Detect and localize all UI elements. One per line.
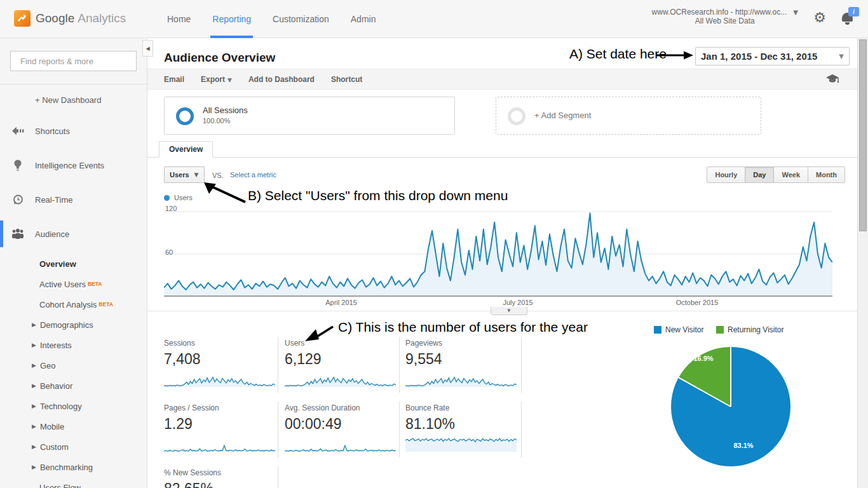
- tab-bar: Overview: [147, 141, 857, 158]
- subnav-users-flow[interactable]: Users Flow: [0, 477, 147, 488]
- subnav-geo[interactable]: ▶Geo: [0, 355, 147, 376]
- nav-home[interactable]: Home: [156, 0, 201, 38]
- date-range-selector[interactable]: Jan 1, 2015 - Dec 31, 2015 ▼: [695, 47, 850, 65]
- annotation-a-arrow: [656, 50, 694, 60]
- report-toolbar: Email Export▼ Add to Dashboard Shortcut: [147, 69, 857, 90]
- vs-label: VS.: [212, 172, 224, 179]
- metric-label: Sessions: [164, 339, 277, 348]
- expander-icon: ▶: [32, 322, 36, 328]
- gear-icon[interactable]: ⚙: [813, 10, 826, 25]
- granularity-hourly[interactable]: Hourly: [707, 167, 745, 182]
- account-selector[interactable]: www.OCResearch.info - http://www.oc...▼ …: [652, 8, 798, 25]
- shortcut-button[interactable]: Shortcut: [331, 75, 362, 84]
- pie-slice-separator: [678, 377, 731, 407]
- metric-sessions[interactable]: Sessions 7,408: [164, 339, 277, 391]
- metric-value: 81.10%: [405, 416, 519, 433]
- metric-bounce-rate[interactable]: Bounce Rate 81.10%: [405, 403, 519, 456]
- subnav-behavior[interactable]: ▶Behavior: [0, 376, 147, 396]
- sidebar-item-label: Real-Time: [35, 195, 72, 205]
- nav-admin[interactable]: Admin: [340, 0, 387, 38]
- expander-icon: ▶: [32, 362, 36, 369]
- beta-badge: BETA: [88, 281, 102, 287]
- expander-icon: ▶: [32, 444, 36, 450]
- brand-google: Google: [36, 11, 74, 25]
- expander-icon: ▶: [32, 342, 36, 348]
- brand-text: GoogleAnalytics: [36, 11, 126, 25]
- metric-divider: [521, 402, 522, 458]
- annotation-c-arrow: [305, 323, 336, 344]
- add-segment-button[interactable]: + Add Segment: [496, 97, 761, 135]
- google-analytics-logo[interactable]: GoogleAnalytics: [14, 10, 126, 27]
- metric-label: % New Sessions: [164, 468, 277, 477]
- granularity-week[interactable]: Week: [773, 167, 808, 182]
- metric-divider: [521, 337, 522, 393]
- subnav-mobile[interactable]: ▶Mobile: [0, 416, 147, 437]
- sidebar-item-new-dashboard[interactable]: + New Dashboard: [0, 85, 147, 114]
- collapse-chart-button[interactable]: ▼: [491, 307, 527, 315]
- metric-label: Pageviews: [405, 339, 519, 348]
- metric-label: Users: [285, 339, 398, 348]
- report-search[interactable]: [10, 51, 137, 71]
- users-series-label: Users: [174, 194, 193, 201]
- nav-customization[interactable]: Customization: [262, 0, 340, 38]
- subnav-technology[interactable]: ▶Technology: [0, 396, 147, 416]
- granularity-month[interactable]: Month: [808, 167, 844, 182]
- chevron-down-icon: ▼: [793, 9, 798, 16]
- lightbulb-icon: [11, 159, 24, 172]
- metric-value: 7,408: [164, 351, 277, 368]
- metric-pages-per-session[interactable]: Pages / Session 1.29: [164, 403, 277, 456]
- email-button[interactable]: Email: [164, 75, 184, 84]
- visitor-type-pie-chart[interactable]: 16.9% 83.1%: [671, 347, 790, 466]
- annotation-b: B) Select "Users" from this drop down me…: [248, 188, 508, 203]
- subnav-overview[interactable]: Overview: [0, 254, 147, 274]
- add-segment-label: + Add Segment: [534, 111, 591, 120]
- metric-pageviews[interactable]: Pageviews 9,554: [405, 339, 519, 391]
- metric-dropdown-value: Users: [170, 171, 189, 179]
- education-cap-icon[interactable]: [825, 74, 839, 85]
- granularity-day[interactable]: Day: [745, 167, 773, 182]
- segment-all-sessions[interactable]: All Sessions 100.00%: [164, 97, 455, 135]
- pie-legend-returning-visitor: Returning Visitor: [716, 325, 784, 334]
- metric-divider: [278, 402, 278, 458]
- metric-divider: [278, 337, 278, 393]
- top-nav: Home Reporting Customization Admin: [156, 0, 386, 38]
- subnav-benchmarking[interactable]: ▶Benchmarking: [0, 457, 147, 477]
- nav-reporting[interactable]: Reporting: [201, 0, 262, 38]
- select-metric-link[interactable]: Select a metric: [230, 171, 276, 179]
- subnav-custom[interactable]: ▶Custom: [0, 437, 147, 457]
- subnav-interests[interactable]: ▶Interests: [0, 335, 147, 355]
- subnav-cohort-analysis[interactable]: Cohort AnalysisBETA: [0, 294, 147, 315]
- export-button[interactable]: Export▼: [201, 75, 232, 84]
- metric-label: Pages / Session: [164, 403, 277, 412]
- sidebar-collapse-button[interactable]: ◀: [142, 40, 153, 57]
- shortcuts-icon: [11, 126, 24, 135]
- metric-divider: [399, 337, 400, 393]
- subnav-active-users[interactable]: Active UsersBETA: [0, 274, 147, 294]
- metric-dropdown[interactable]: Users ▼: [164, 166, 205, 183]
- metric-avg-session-duration[interactable]: Avg. Session Duration 00:00:49: [285, 403, 398, 456]
- expander-icon: ▶: [32, 464, 36, 470]
- top-bar: GoogleAnalytics Home Reporting Customiza…: [0, 0, 868, 38]
- sidebar: + New Dashboard Shortcuts Intelligence E…: [0, 38, 147, 488]
- sidebar-item-shortcuts[interactable]: Shortcuts: [0, 114, 147, 148]
- notifications-button[interactable]: i: [842, 13, 853, 22]
- chevron-down-icon: ▼: [227, 77, 232, 83]
- search-input[interactable]: [20, 57, 132, 66]
- metric-percent-new-sessions[interactable]: % New Sessions 82.65%: [164, 468, 277, 488]
- tab-overview[interactable]: Overview: [159, 141, 213, 158]
- segment-percent: 100.00%: [203, 117, 230, 125]
- account-view: All Web Site Data: [652, 17, 798, 25]
- sidebar-item-intelligence-events[interactable]: Intelligence Events: [0, 148, 147, 182]
- add-to-dashboard-button[interactable]: Add to Dashboard: [248, 75, 315, 84]
- annotation-a: A) Set date here: [569, 46, 667, 62]
- segment-ring-icon: [508, 107, 526, 125]
- segment-name: All Sessions: [203, 105, 248, 115]
- main-content: Audience Overview A) Set date here Jan 1…: [147, 38, 857, 488]
- scrollbar-thumb[interactable]: [859, 39, 867, 231]
- sidebar-item-audience[interactable]: Audience: [0, 217, 147, 251]
- subnav-demographics[interactable]: ▶Demographics: [0, 315, 147, 335]
- x-tick-april: April 2015: [325, 299, 357, 306]
- users-line-chart[interactable]: [164, 207, 832, 297]
- metric-users[interactable]: Users 6,129: [285, 339, 398, 391]
- sidebar-item-real-time[interactable]: Real-Time: [0, 182, 147, 217]
